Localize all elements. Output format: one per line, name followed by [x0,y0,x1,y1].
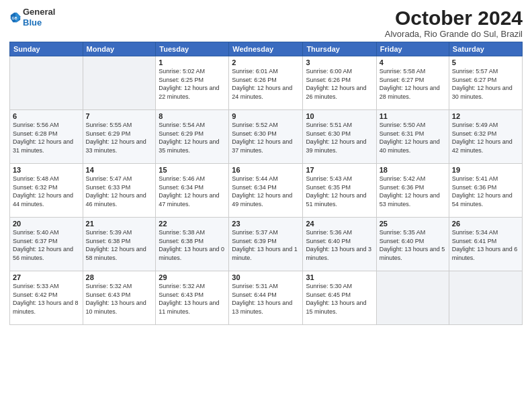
day-cell: 23Sunrise: 5:37 AMSunset: 6:39 PMDayligh… [229,218,303,271]
logo-icon: GB [9,11,21,24]
day-detail: Sunrise: 5:58 AMSunset: 6:27 PMDaylight:… [380,67,446,101]
day-detail: Sunrise: 5:32 AMSunset: 6:43 PMDaylight:… [159,282,226,316]
day-detail: Sunrise: 5:38 AMSunset: 6:38 PMDaylight:… [159,228,226,262]
day-number: 25 [380,220,446,228]
day-number: 6 [13,112,80,120]
day-cell: 20Sunrise: 5:40 AMSunset: 6:37 PMDayligh… [10,218,83,271]
day-detail: Sunrise: 5:44 AMSunset: 6:34 PMDaylight:… [232,175,300,208]
day-number: 9 [232,112,300,120]
day-detail: Sunrise: 5:47 AMSunset: 6:33 PMDaylight:… [86,175,153,208]
day-cell [83,56,156,110]
day-detail: Sunrise: 5:39 AMSunset: 6:38 PMDaylight:… [86,228,153,262]
day-cell: 10Sunrise: 5:51 AMSunset: 6:30 PMDayligh… [303,110,376,164]
day-number: 16 [232,166,300,174]
day-detail: Sunrise: 5:33 AMSunset: 6:42 PMDaylight:… [13,282,80,316]
day-number: 18 [380,166,446,174]
day-number: 13 [13,166,80,174]
day-cell: 19Sunrise: 5:41 AMSunset: 6:36 PMDayligh… [449,164,522,218]
day-number: 24 [306,220,373,228]
day-number: 7 [86,112,153,120]
day-cell: 22Sunrise: 5:38 AMSunset: 6:38 PMDayligh… [156,218,229,271]
day-cell [449,271,522,325]
day-detail: Sunrise: 5:41 AMSunset: 6:36 PMDaylight:… [452,175,519,208]
day-cell: 27Sunrise: 5:33 AMSunset: 6:42 PMDayligh… [10,271,83,325]
svg-text:GB: GB [12,15,17,19]
day-detail: Sunrise: 5:48 AMSunset: 6:32 PMDaylight:… [13,175,80,208]
day-detail: Sunrise: 5:31 AMSunset: 6:44 PMDaylight:… [232,282,300,316]
day-cell: 11Sunrise: 5:50 AMSunset: 6:31 PMDayligh… [376,110,449,164]
day-detail: Sunrise: 5:52 AMSunset: 6:30 PMDaylight:… [232,121,300,154]
logo-text: General Blue [23,7,55,28]
day-number: 23 [232,220,300,228]
day-cell [10,56,83,110]
day-detail: Sunrise: 5:50 AMSunset: 6:31 PMDaylight:… [380,121,446,154]
day-cell: 26Sunrise: 5:34 AMSunset: 6:41 PMDayligh… [449,218,522,271]
day-header-thursday: Thursday [303,42,376,56]
week-row-4: 20Sunrise: 5:40 AMSunset: 6:37 PMDayligh… [10,218,523,271]
day-number: 29 [159,273,226,281]
day-cell: 7Sunrise: 5:55 AMSunset: 6:29 PMDaylight… [83,110,156,164]
day-header-friday: Friday [376,42,449,56]
day-header-sunday: Sunday [10,42,83,56]
day-detail: Sunrise: 5:49 AMSunset: 6:32 PMDaylight:… [452,121,519,154]
day-cell: 30Sunrise: 5:31 AMSunset: 6:44 PMDayligh… [229,271,303,325]
day-number: 27 [13,273,80,281]
day-cell: 12Sunrise: 5:49 AMSunset: 6:32 PMDayligh… [449,110,522,164]
day-cell: 4Sunrise: 5:58 AMSunset: 6:27 PMDaylight… [376,56,449,110]
day-detail: Sunrise: 5:37 AMSunset: 6:39 PMDaylight:… [232,228,300,262]
day-header-wednesday: Wednesday [229,42,303,56]
title-block: October 2024 Alvorada, Rio Grande do Sul… [385,7,523,39]
day-cell: 21Sunrise: 5:39 AMSunset: 6:38 PMDayligh… [83,218,156,271]
day-detail: Sunrise: 5:36 AMSunset: 6:40 PMDaylight:… [306,228,373,262]
day-number: 4 [380,58,446,66]
day-number: 14 [86,166,153,174]
day-detail: Sunrise: 5:02 AMSunset: 6:25 PMDaylight:… [159,67,226,101]
day-number: 22 [159,220,226,228]
day-detail: Sunrise: 5:55 AMSunset: 6:29 PMDaylight:… [86,121,153,154]
day-cell: 29Sunrise: 5:32 AMSunset: 6:43 PMDayligh… [156,271,229,325]
day-cell: 13Sunrise: 5:48 AMSunset: 6:32 PMDayligh… [10,164,83,218]
day-number: 1 [159,58,226,66]
logo-blue: Blue [23,17,55,28]
day-cell: 2Sunrise: 6:01 AMSunset: 6:26 PMDaylight… [229,56,303,110]
day-cell: 5Sunrise: 5:57 AMSunset: 6:27 PMDaylight… [449,56,522,110]
page-container: GB General Blue October 2024 Alvorada, R… [0,0,532,330]
day-header-saturday: Saturday [449,42,522,56]
day-header-monday: Monday [83,42,156,56]
day-number: 11 [380,112,446,120]
day-number: 10 [306,112,373,120]
week-row-3: 13Sunrise: 5:48 AMSunset: 6:32 PMDayligh… [10,164,523,218]
week-row-2: 6Sunrise: 5:56 AMSunset: 6:28 PMDaylight… [10,110,523,164]
day-number: 26 [452,220,519,228]
day-detail: Sunrise: 5:30 AMSunset: 6:45 PMDaylight:… [306,282,373,316]
day-cell: 17Sunrise: 5:43 AMSunset: 6:35 PMDayligh… [303,164,376,218]
week-row-5: 27Sunrise: 5:33 AMSunset: 6:42 PMDayligh… [10,271,523,325]
day-number: 5 [452,58,519,66]
day-cell: 8Sunrise: 5:54 AMSunset: 6:29 PMDaylight… [156,110,229,164]
day-cell: 25Sunrise: 5:35 AMSunset: 6:40 PMDayligh… [376,218,449,271]
day-cell: 15Sunrise: 5:46 AMSunset: 6:34 PMDayligh… [156,164,229,218]
day-number: 8 [159,112,226,120]
day-number: 15 [159,166,226,174]
day-number: 31 [306,273,373,281]
days-header-row: SundayMondayTuesdayWednesdayThursdayFrid… [10,42,523,56]
day-number: 17 [306,166,373,174]
location: Alvorada, Rio Grande do Sul, Brazil [385,29,523,39]
day-detail: Sunrise: 5:43 AMSunset: 6:35 PMDaylight:… [306,175,373,208]
logo-general: General [23,7,55,17]
day-detail: Sunrise: 5:56 AMSunset: 6:28 PMDaylight:… [13,121,80,154]
day-number: 21 [86,220,153,228]
day-cell [376,271,449,325]
day-detail: Sunrise: 6:00 AMSunset: 6:26 PMDaylight:… [306,67,373,101]
day-cell: 31Sunrise: 5:30 AMSunset: 6:45 PMDayligh… [303,271,376,325]
day-detail: Sunrise: 5:54 AMSunset: 6:29 PMDaylight:… [159,121,226,154]
day-detail: Sunrise: 5:40 AMSunset: 6:37 PMDaylight:… [13,228,80,262]
day-header-tuesday: Tuesday [156,42,229,56]
day-number: 3 [306,58,373,66]
month-title: October 2024 [385,7,523,29]
day-cell: 24Sunrise: 5:36 AMSunset: 6:40 PMDayligh… [303,218,376,271]
day-cell: 16Sunrise: 5:44 AMSunset: 6:34 PMDayligh… [229,164,303,218]
day-number: 12 [452,112,519,120]
day-cell: 14Sunrise: 5:47 AMSunset: 6:33 PMDayligh… [83,164,156,218]
day-number: 20 [13,220,80,228]
